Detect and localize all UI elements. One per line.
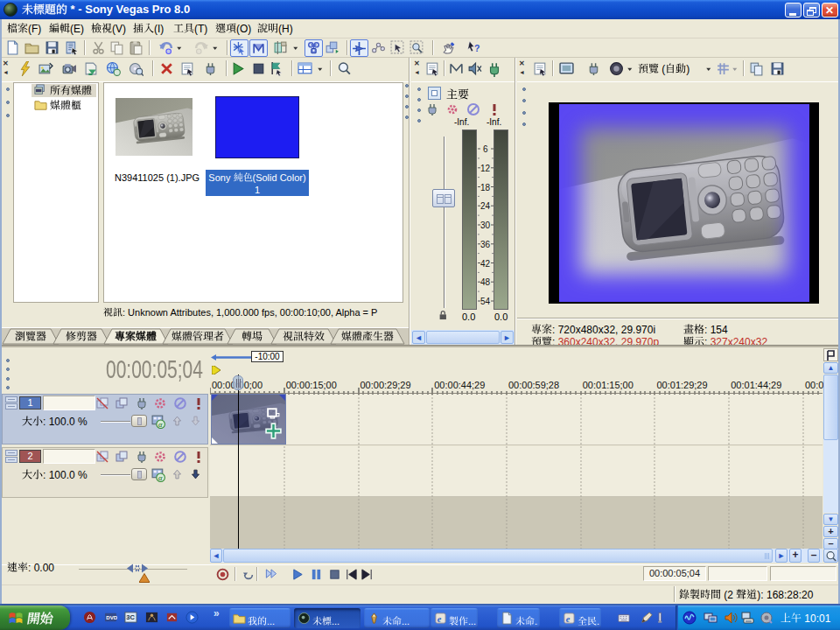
svg-text:?: ? bbox=[474, 43, 480, 53]
svg-text:DVD: DVD bbox=[106, 614, 117, 620]
svg-text:3C: 3C bbox=[126, 613, 135, 621]
svg-text:α: α bbox=[158, 420, 163, 429]
svg-text:e: e bbox=[566, 614, 570, 624]
svg-text:e: e bbox=[438, 614, 442, 624]
svg-text:α: α bbox=[158, 473, 163, 482]
